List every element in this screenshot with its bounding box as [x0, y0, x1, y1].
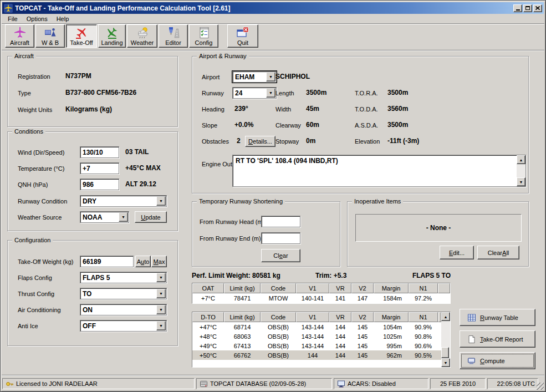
date-text: 25 FEB 2010 — [440, 380, 476, 387]
dto-table-scrollbar[interactable]: ▲ ▼ — [441, 312, 450, 367]
toolbar-landing-button[interactable]: Landing — [98, 24, 126, 48]
toolbar-takeoff-button[interactable]: Take-Off — [66, 24, 97, 48]
chevron-down-icon[interactable]: ▼ — [266, 88, 275, 98]
obstacle-details-button[interactable]: Details... — [245, 136, 275, 147]
dto-table-row-selected[interactable]: +50°C 66762 OBS(B) 144 144 145 962m 90.5… — [192, 350, 441, 360]
dto-table-row[interactable]: +48°C 68063 OBS(B) 143-144 144 145 1025m… — [192, 332, 441, 341]
oat-cell — [438, 293, 450, 303]
engine-out-scrollbar[interactable]: ▲ ▼ — [517, 155, 525, 186]
takeoff-report-button[interactable]: Take-Off Report — [460, 330, 535, 348]
engine-out-field[interactable]: RT TO 'SPL' 108.4 (094 INBD,RT) ▲ ▼ — [232, 155, 526, 187]
airport-value: EHAM — [233, 73, 266, 81]
configuration-panel-title: Configuration — [12, 237, 53, 244]
dto-cell: 144 — [329, 341, 351, 350]
acars-icon — [337, 380, 345, 388]
acars-text: ACARS: Disabled — [348, 380, 396, 387]
type-value: B737-800 CFM56-7B26 — [65, 89, 136, 96]
compute-button[interactable]: Compute — [460, 352, 535, 369]
date-panel: 25 FEB 2010 — [430, 378, 486, 389]
oat-cell: 78471 — [224, 293, 261, 303]
title-bar[interactable]: TOPCAT - Take-Off and Landing Performanc… — [2, 2, 544, 14]
minimize-icon — [516, 9, 520, 11]
toolbar-wb-label: W & B — [42, 39, 59, 46]
aircond-select[interactable]: ON ▼ — [80, 304, 167, 315]
dto-cell: 66762 — [224, 350, 261, 360]
runway-select[interactable]: 24 ▼ — [232, 87, 277, 99]
toolbar: Aircraft W & B Take-Off Landing Weather … — [5, 24, 258, 49]
toolbar-config-button[interactable]: Config — [189, 24, 218, 48]
toolbar-takeoff-label: Take-Off — [70, 39, 93, 46]
chevron-down-icon[interactable]: ▼ — [266, 72, 275, 82]
slope-value: +0.0% — [234, 121, 253, 129]
thrust-select[interactable]: TO ▼ — [80, 288, 167, 299]
from-end-input[interactable] — [261, 232, 300, 244]
weather-source-select[interactable]: NOAA ▼ — [80, 211, 129, 223]
close-button[interactable] — [533, 4, 542, 12]
wind-input[interactable] — [80, 146, 119, 158]
dto-cell: +49°C — [192, 341, 224, 350]
inoperative-edit-button[interactable]: Edit... — [440, 246, 474, 259]
toolbar-wb-button[interactable]: W & B — [35, 24, 65, 48]
menu-options[interactable]: Options — [22, 15, 52, 23]
inoperative-items-list[interactable]: - None - — [355, 214, 522, 242]
clear-shortening-button[interactable]: Clear — [261, 249, 300, 262]
oat-table: OAT Limit (kg) Code V1 VR V2 Margin N1 +… — [192, 283, 451, 304]
runway-table-button[interactable]: Runway Table — [460, 309, 535, 326]
qnh-input[interactable] — [80, 179, 119, 190]
toolbar-editor-button[interactable]: Editor — [159, 24, 188, 48]
database-panel: TOPCAT DATABASE (02/09-05-28) — [196, 378, 332, 389]
toolbar-quit-button[interactable]: Quit — [227, 24, 258, 48]
chevron-down-icon[interactable]: ▼ — [156, 273, 166, 282]
menu-help[interactable]: Help — [52, 15, 74, 23]
inoperative-clear-all-button[interactable]: Clear All — [477, 246, 519, 259]
temperature-input[interactable] — [80, 162, 119, 174]
runway-condition-select[interactable]: DRY ▼ — [80, 195, 167, 207]
scroll-down-icon[interactable]: ▼ — [441, 358, 450, 367]
dto-header-cell: Code — [261, 312, 296, 322]
acars-panel: ACARS: Disabled — [334, 378, 428, 389]
toolbar-aircraft-button[interactable]: Aircraft — [5, 24, 34, 48]
dto-cell: OBS(B) — [261, 322, 296, 332]
wind-label: Wind (Dir/Speed) — [18, 149, 64, 156]
flaps-select[interactable]: FLAPS 5 ▼ — [80, 272, 167, 283]
oat-table-row[interactable]: +7°C 78471 MTOW 140-141 141 147 1584m 97… — [192, 293, 450, 303]
scroll-down-icon[interactable]: ▼ — [517, 177, 525, 186]
dto-cell: 145 — [351, 350, 374, 360]
dto-table-row[interactable]: +49°C 67413 OBS(B) 143-144 144 145 995m … — [192, 341, 441, 350]
scroll-up-icon[interactable]: ▲ — [517, 155, 525, 164]
toolbar-config-label: Config — [195, 39, 213, 46]
temperature-label: Temperature (°C) — [18, 165, 64, 172]
resize-grip[interactable] — [537, 383, 544, 390]
toolbar-weather-button[interactable]: Weather — [127, 24, 157, 48]
temperature-note: +45°C MAX — [125, 164, 161, 172]
chevron-down-icon[interactable]: ▼ — [119, 212, 128, 222]
dto-cell: 143-144 — [296, 322, 329, 332]
minimize-button[interactable] — [513, 4, 522, 12]
oat-header-cell: V1 — [296, 283, 329, 293]
oat-header-cell: Margin — [374, 283, 409, 293]
aircraft-icon — [13, 26, 27, 39]
chevron-down-icon[interactable]: ▼ — [156, 196, 166, 206]
tow-max-button[interactable]: Max — [151, 256, 167, 267]
from-head-input[interactable] — [261, 216, 300, 227]
antiice-select[interactable]: OFF ▼ — [80, 320, 167, 332]
dto-table-row[interactable]: +47°C 68714 OBS(B) 143-144 144 145 1054m… — [192, 322, 441, 332]
obstacles-label: Obstacles — [202, 138, 229, 145]
chevron-down-icon[interactable]: ▼ — [156, 305, 166, 314]
clearway-value: 60m — [306, 121, 319, 129]
scroll-up-icon[interactable]: ▲ — [441, 312, 450, 321]
dto-cell: 143-144 — [296, 341, 329, 350]
maximize-button[interactable] — [523, 4, 532, 12]
airport-select[interactable]: EHAM ▼ — [232, 71, 277, 83]
tow-input[interactable] — [80, 256, 134, 267]
menu-file[interactable]: File — [3, 15, 22, 23]
toolbar-separator — [2, 50, 544, 51]
scrollbar-thumb[interactable] — [441, 347, 449, 358]
statusbar-separator — [2, 375, 544, 376]
chevron-down-icon[interactable]: ▼ — [156, 289, 166, 298]
compute-label: Compute — [480, 358, 505, 364]
chevron-down-icon[interactable]: ▼ — [156, 321, 166, 330]
tow-auto-button[interactable]: Auto — [135, 256, 151, 267]
update-button[interactable]: Update — [135, 211, 167, 223]
dto-cell: +47°C — [192, 322, 224, 332]
